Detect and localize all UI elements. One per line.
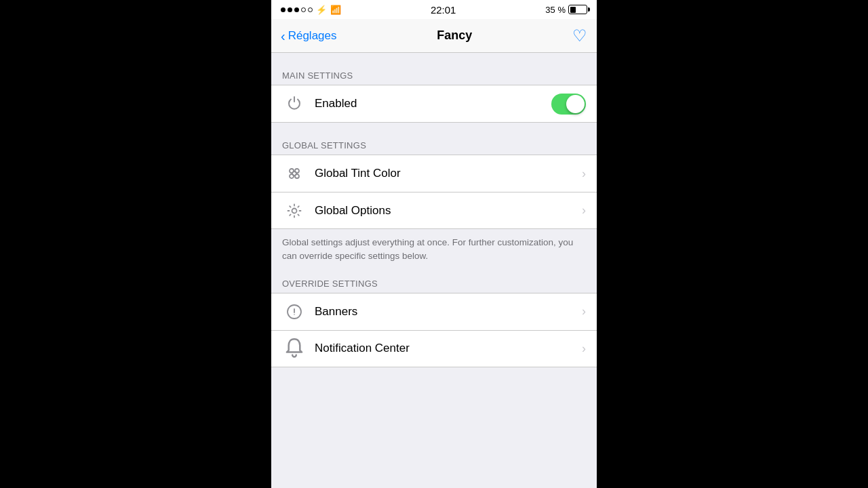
global-options-label: Global Options [315,204,576,218]
battery-percent: 35 % [545,5,566,15]
back-button[interactable]: ‹ Réglages [281,29,337,43]
global-settings-header: GLOBAL SETTINGS [271,135,597,155]
chevron-icon-4: › [582,342,586,356]
palette-icon [282,161,307,186]
global-tint-color-row[interactable]: Global Tint Color › [271,155,597,192]
status-right: 35 % [545,5,587,15]
gap-2 [271,123,597,135]
global-settings-body: Global Tint Color › Global Options › [271,155,597,229]
dot-1 [281,7,285,12]
gear-icon [282,199,307,223]
notification-center-label: Notification Center [315,342,576,355]
back-label: Réglages [288,29,337,43]
global-settings-note: Global settings adjust everything at onc… [271,229,597,273]
dot-3 [294,7,299,12]
phone-frame: ⚡ 📶 22:01 35 % ‹ Réglages Fancy ♡ MAIN S… [271,0,597,488]
global-options-row[interactable]: Global Options › [271,192,597,228]
battery-bar [568,5,587,14]
content: MAIN SETTINGS Enabled GLOBAL SETTINGS [271,53,597,488]
banners-label: Banners [315,305,576,319]
svg-point-4 [292,171,296,176]
notification-icon [282,336,307,361]
power-icon [282,92,307,116]
svg-point-5 [292,208,297,213]
page-title: Fancy [437,28,472,43]
enabled-label: Enabled [315,97,551,110]
superman-icon: ⚡ [316,5,327,15]
enabled-toggle[interactable] [551,94,586,115]
status-bar: ⚡ 📶 22:01 35 % [271,0,597,19]
heart-icon[interactable]: ♡ [572,26,587,45]
gap-1 [271,53,597,65]
chevron-icon-3: › [582,304,586,319]
nav-bar: ‹ Réglages Fancy ♡ [271,19,597,53]
override-settings-header: OVERRIDE SETTINGS [271,273,597,293]
signal-dots [281,7,313,12]
chevron-icon-2: › [582,203,586,218]
status-left: ⚡ 📶 [281,5,341,15]
dot-5 [308,7,313,12]
banners-row[interactable]: Banners › [271,293,597,330]
alert-icon [282,300,307,324]
battery-fill [570,7,576,13]
main-settings-header: MAIN SETTINGS [271,65,597,85]
dot-4 [301,7,306,12]
status-time: 22:01 [431,4,456,16]
enabled-row[interactable]: Enabled [271,85,597,122]
global-tint-color-label: Global Tint Color [315,167,576,180]
override-settings-body: Banners › Notification Center › [271,293,597,367]
main-settings-body: Enabled [271,85,597,123]
svg-point-8 [294,314,295,315]
notification-center-row[interactable]: Notification Center › [271,330,597,367]
dot-2 [288,7,292,12]
chevron-icon-1: › [582,167,586,181]
toggle-knob [566,95,585,113]
back-chevron-icon: ‹ [281,29,285,43]
wifi-icon: 📶 [330,5,341,15]
